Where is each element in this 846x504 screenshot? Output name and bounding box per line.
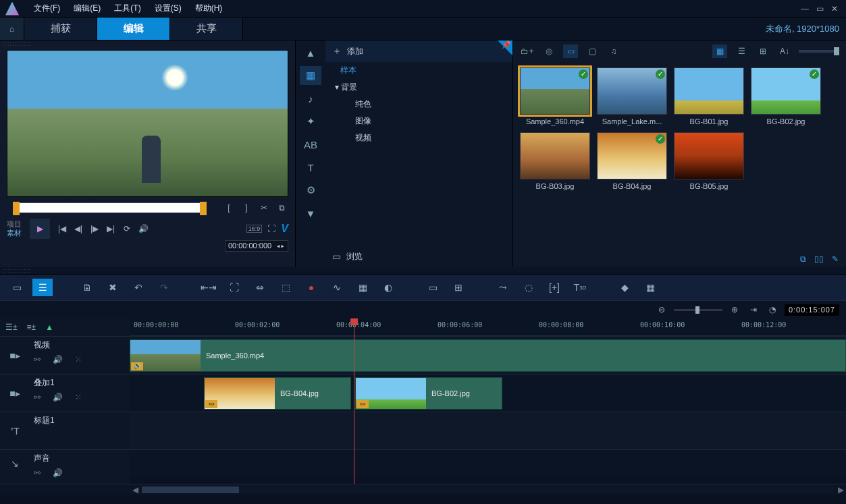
- home-tab[interactable]: ⌂: [0, 18, 24, 40]
- mark-in-button[interactable]: [: [222, 201, 236, 215]
- browse-button[interactable]: 浏览: [346, 251, 363, 262]
- aspect-ratio[interactable]: 16:9: [246, 225, 263, 233]
- duration-icon[interactable]: ◔: [766, 303, 779, 316]
- clip-overlay-2[interactable]: ▭ BG-B02.jpg: [355, 377, 502, 410]
- thumb-item[interactable]: BG-B03.jpg: [520, 132, 590, 190]
- track-header-video[interactable]: ■▸ 视频 ⚯🔊⁙: [0, 336, 130, 374]
- track-add-button[interactable]: ≡±: [27, 323, 36, 332]
- grid-button[interactable]: ⊞: [448, 279, 469, 296]
- fx-category-icon[interactable]: ✦: [300, 112, 321, 131]
- project-duration[interactable]: 0:00:15:007: [785, 304, 839, 316]
- mute-icon[interactable]: 🔊: [53, 468, 63, 478]
- track-header-overlay[interactable]: ■▸ 叠加1 ⚯🔊⁙: [0, 374, 130, 412]
- crop-tool-button[interactable]: ⬚: [275, 279, 296, 296]
- mark-out-button[interactable]: ]: [240, 201, 253, 215]
- track-toggle-button[interactable]: ▲: [45, 323, 53, 332]
- overlay-track-row[interactable]: ▭ BG-B04.jpg ▭ BG-B02.jpg: [130, 374, 846, 412]
- tree-backgrounds[interactable]: ▾ 背景: [325, 79, 512, 96]
- 3d-title-button[interactable]: T3D: [570, 279, 590, 296]
- minimize-button[interactable]: —: [799, 4, 811, 13]
- link-icon[interactable]: ⚯: [34, 355, 41, 364]
- title-category-icon[interactable]: T: [300, 158, 321, 177]
- menu-help[interactable]: 帮助(H): [188, 1, 230, 16]
- split-button[interactable]: ✂: [257, 201, 271, 215]
- fx-icon[interactable]: ⁙: [75, 355, 82, 364]
- add-button[interactable]: 添加: [347, 46, 363, 57]
- mask-button[interactable]: ◐: [378, 279, 398, 296]
- edit-panel-icon[interactable]: ✎: [828, 254, 842, 265]
- scroll-left-button[interactable]: ◀: [130, 485, 140, 495]
- fit-project-button[interactable]: ⇥: [747, 303, 760, 316]
- fit-width-button[interactable]: ⇤⇥: [199, 279, 219, 296]
- video-track-row[interactable]: 🔊 Sample_360.mp4: [130, 336, 846, 374]
- link-icon[interactable]: ⚯: [34, 468, 41, 478]
- title-track-row[interactable]: [130, 412, 846, 449]
- crop-icon[interactable]: ⛶: [265, 222, 278, 235]
- maximize-button[interactable]: ▭: [814, 4, 826, 13]
- splitter-grip[interactable]: ::::::::::::: [0, 267, 846, 274]
- thumb-item[interactable]: BG-B01.jpg: [674, 67, 744, 125]
- scroll-right-button[interactable]: ▶: [835, 485, 846, 495]
- close-button[interactable]: ✕: [828, 4, 841, 13]
- thumb-item[interactable]: ✓Sample_360.mp4: [520, 67, 590, 125]
- zoom-out-button[interactable]: ⊖: [655, 303, 668, 316]
- tab-share[interactable]: 共享: [170, 18, 243, 40]
- undo-button[interactable]: ↶: [128, 279, 149, 296]
- pan-button[interactable]: ⇔: [250, 279, 270, 296]
- thumb-size-slider[interactable]: [799, 50, 839, 53]
- filter-video-icon[interactable]: ▭: [563, 45, 578, 58]
- tracking-button[interactable]: ◌: [519, 279, 539, 296]
- settings-category-icon[interactable]: ⚙: [300, 181, 321, 200]
- subtitle-button[interactable]: ▭: [423, 279, 443, 296]
- timeline-scrollbar[interactable]: ◀ ▶: [0, 484, 846, 495]
- redo-button[interactable]: ↷: [154, 279, 174, 296]
- playhead[interactable]: [354, 318, 354, 484]
- play-button[interactable]: ▶: [30, 219, 50, 239]
- import-icon[interactable]: 🗀+: [520, 45, 535, 58]
- track-header-title[interactable]: ᐪT 标题1: [0, 412, 130, 449]
- timeline-view-button[interactable]: ☰: [32, 279, 53, 296]
- scroll-thumb[interactable]: [142, 486, 239, 493]
- insert-media-button[interactable]: 🗎: [77, 279, 97, 296]
- time-ruler[interactable]: 00:00:00:0000:00:02:0000:00:04:0000:00:0…: [130, 318, 846, 336]
- audio-category-icon[interactable]: ♪: [300, 89, 321, 108]
- trim-handle-out[interactable]: [200, 202, 207, 215]
- menu-tools[interactable]: 工具(T): [107, 1, 147, 16]
- step-back-button[interactable]: ◀|: [72, 222, 85, 235]
- multicam-button[interactable]: ▦: [352, 279, 373, 296]
- dual-view-icon[interactable]: ⧉: [796, 254, 810, 265]
- menu-settings[interactable]: 设置(S): [148, 1, 188, 16]
- stabilize-button[interactable]: [+]: [544, 279, 564, 296]
- mute-icon[interactable]: 🔊: [53, 355, 63, 364]
- tree-samples[interactable]: 样本: [325, 62, 512, 79]
- tab-edit[interactable]: 编辑: [97, 18, 170, 40]
- fx-icon[interactable]: ⁙: [75, 393, 82, 402]
- trim-handle-in[interactable]: [13, 202, 20, 215]
- panel-grip[interactable]: ::::::::::::: [0, 40, 295, 47]
- menu-file[interactable]: 文件(F): [27, 1, 67, 16]
- thumb-item[interactable]: ✓BG-B04.jpg: [597, 132, 667, 190]
- tree-image[interactable]: 图像: [325, 113, 512, 130]
- mute-icon[interactable]: 🔊: [53, 393, 63, 402]
- chapter-button[interactable]: ▦: [640, 279, 660, 296]
- view-thumb-icon[interactable]: ▦: [712, 45, 727, 58]
- tools-button[interactable]: ✖: [103, 279, 123, 296]
- tab-capture[interactable]: 捕获: [24, 18, 97, 40]
- color-button[interactable]: ◆: [614, 279, 635, 296]
- mode-project-label[interactable]: 项目: [7, 220, 22, 229]
- motion-button[interactable]: ⤳: [493, 279, 513, 296]
- media-category-icon[interactable]: ▦: [300, 66, 321, 85]
- menu-edit[interactable]: 编辑(E): [67, 1, 107, 16]
- loop-button[interactable]: ⟳: [120, 222, 134, 235]
- step-fwd-button[interactable]: |▶: [88, 222, 101, 235]
- scroll-track[interactable]: [142, 486, 834, 493]
- go-start-button[interactable]: |◀: [55, 222, 69, 235]
- zoom-slider[interactable]: [674, 309, 722, 311]
- preview-viewport[interactable]: [7, 50, 288, 197]
- clip-overlay-1[interactable]: ▭ BG-B04.jpg: [204, 377, 351, 410]
- track-menu-button[interactable]: ☰±: [5, 323, 18, 332]
- transition-category-icon[interactable]: AB: [300, 135, 321, 154]
- view-list-icon[interactable]: ☰: [734, 45, 749, 58]
- filter-audio-icon[interactable]: ♫: [606, 45, 621, 58]
- filter-photo-icon[interactable]: ▢: [585, 45, 600, 58]
